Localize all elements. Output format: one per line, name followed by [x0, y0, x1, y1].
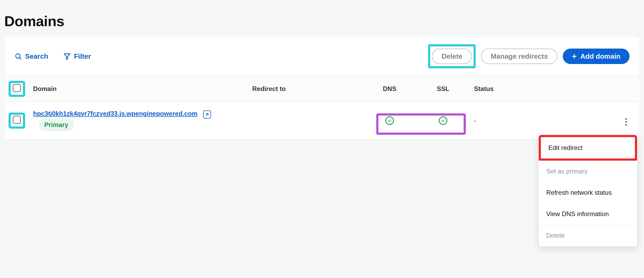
column-header-dns: DNS: [363, 76, 416, 102]
domains-card: Search Filter Delete Manage redirects + …: [5, 37, 639, 140]
search-label: Search: [25, 52, 48, 61]
annotation-row-checkbox-highlight: [10, 114, 24, 128]
menu-item-refresh-network[interactable]: Refresh network status: [539, 182, 637, 203]
annotation-select-all-highlight: [10, 82, 24, 96]
menu-item-edit-redirect[interactable]: Edit redirect: [539, 135, 637, 161]
primary-badge: Primary: [38, 118, 74, 131]
redirect-cell: [248, 102, 363, 140]
svg-marker-2: [64, 54, 70, 59]
domains-table: Domain Redirect to DNS SSL Status: [5, 76, 639, 140]
annotation-delete-highlight: Delete: [428, 44, 476, 68]
column-header-redirect: Redirect to: [248, 76, 363, 102]
toolbar: Search Filter Delete Manage redirects + …: [5, 37, 639, 76]
search-icon: [14, 53, 22, 60]
dns-ok-icon: [385, 116, 394, 125]
svg-line-1: [20, 58, 21, 59]
row-checkbox[interactable]: [13, 116, 21, 124]
domain-link[interactable]: hpc3tj0kh1zk4qyr7fczyed33.js.wpenginepow…: [33, 110, 197, 117]
filter-icon: [63, 53, 71, 60]
page-title: Domains: [4, 13, 644, 29]
search-button[interactable]: Search: [14, 52, 48, 61]
plus-icon: +: [572, 52, 577, 60]
menu-item-delete: Delete: [539, 225, 637, 246]
manage-redirects-button[interactable]: Manage redirects: [481, 49, 557, 64]
external-link-button[interactable]: [203, 110, 211, 118]
column-header-ssl: SSL: [416, 76, 470, 102]
menu-item-view-dns[interactable]: View DNS information: [539, 203, 637, 225]
status-cell: -: [470, 102, 566, 140]
add-domain-label: Add domain: [580, 52, 620, 61]
menu-item-set-primary: Set as primary: [539, 161, 637, 182]
ssl-ok-icon: [439, 116, 447, 125]
delete-button[interactable]: Delete: [432, 49, 472, 64]
filter-button[interactable]: Filter: [63, 52, 91, 61]
column-header-status: Status: [470, 76, 566, 102]
column-header-domain: Domain: [29, 76, 248, 102]
external-link-icon: [205, 112, 210, 117]
add-domain-button[interactable]: + Add domain: [563, 49, 630, 64]
row-more-button[interactable]: [624, 117, 629, 127]
row-context-menu: Edit redirect Set as primary Refresh net…: [538, 135, 637, 247]
table-row: hpc3tj0kh1zk4qyr7fczyed33.js.wpenginepow…: [5, 102, 639, 140]
filter-label: Filter: [74, 52, 91, 61]
select-all-checkbox[interactable]: [13, 84, 21, 92]
